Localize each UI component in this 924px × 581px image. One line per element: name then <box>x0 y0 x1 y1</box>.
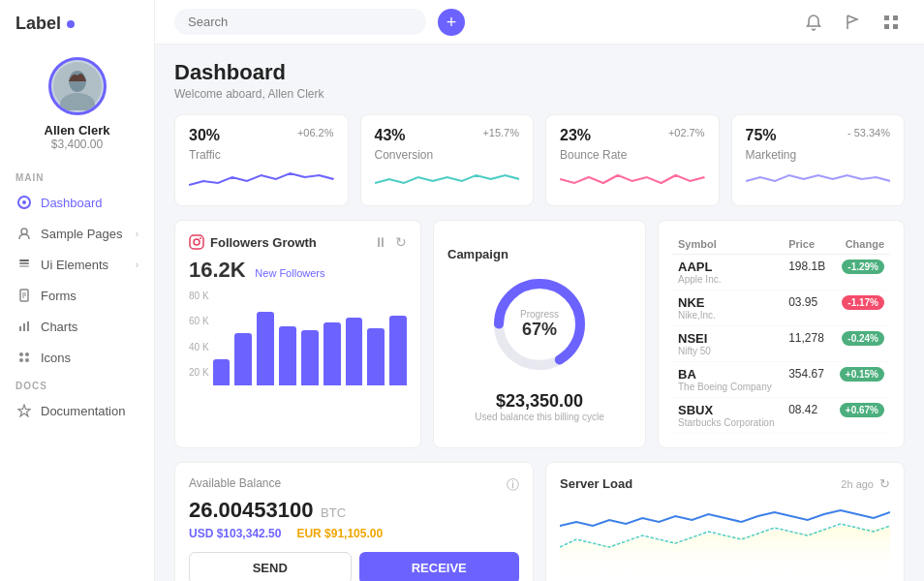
svg-rect-8 <box>19 260 29 261</box>
balance-usd: USD $103,342.50 <box>189 527 281 540</box>
svg-rect-14 <box>23 323 25 331</box>
sidebar-item-ui-elements[interactable]: Ui Elements › <box>0 249 154 280</box>
bar-1 <box>213 359 231 385</box>
stocks-card: Symbol Price Change AAPLApple Inc. 198.1… <box>658 220 905 448</box>
svg-point-19 <box>25 358 29 362</box>
bounce-label: Bounce Rate <box>560 148 705 162</box>
server-card: Server Load 2h ago ↻ <box>545 462 905 581</box>
sidebar-avatar-section: Allen Clerk $3,400.00 <box>0 47 154 165</box>
nke-symbol: NKE <box>678 295 777 310</box>
sidebar-section-docs: DOCS <box>0 373 154 395</box>
donut-chart: Progress 67% <box>486 271 593 378</box>
sbux-name: Starbucks Corporation <box>678 417 777 428</box>
followers-card-title: Followers Growth <box>210 235 317 250</box>
sidebar-item-sample-pages[interactable]: Sample Pages › <box>0 218 154 249</box>
forms-label: Forms <box>41 289 77 303</box>
sidebar-item-charts[interactable]: Charts <box>0 311 154 342</box>
sbux-price: 08.42 <box>783 398 832 434</box>
y-axis-labels: 80 K 60 K 40 K 20 K <box>189 290 209 378</box>
sidebar-logo: Label <box>0 0 154 47</box>
bar-4 <box>279 326 296 385</box>
chevron-right-icon: › <box>136 229 139 239</box>
ba-name: The Boeing Company <box>678 382 777 392</box>
instagram-icon <box>189 234 204 250</box>
stat-card-marketing: 75% - 53.34% Marketing <box>731 114 906 206</box>
campaign-desc: Used balance this billing cycle <box>475 412 603 422</box>
svg-point-18 <box>19 358 23 362</box>
marketing-pct: 75% <box>746 127 777 144</box>
nke-price: 03.95 <box>783 290 832 326</box>
chart-icon <box>15 318 33 335</box>
svg-rect-21 <box>884 15 889 20</box>
progress-pct: 67% <box>520 320 559 340</box>
svg-rect-22 <box>893 15 898 20</box>
nsei-symbol: NSEI <box>678 331 777 346</box>
refresh-icon[interactable]: ↻ <box>395 234 407 250</box>
person-icon <box>15 225 33 242</box>
sidebar-user-name: Allen Clerk <box>45 123 110 138</box>
file-icon <box>15 287 33 304</box>
server-refresh-icon[interactable]: ↻ <box>879 476 890 491</box>
logo-dot <box>67 20 75 28</box>
stocks-header-change: Change <box>832 234 890 255</box>
nke-change: -1.17% <box>842 295 884 310</box>
campaign-amount: $23,350.00 <box>496 391 583 412</box>
sidebar-item-icons[interactable]: Icons <box>0 342 154 373</box>
dashboard-icon <box>15 194 33 211</box>
svg-rect-15 <box>27 321 29 331</box>
bottom-row: Available Balance ⓘ 26.00453100 BTC USD … <box>174 462 905 581</box>
balance-btc: BTC <box>321 505 346 520</box>
icons-label: Icons <box>41 351 71 365</box>
svg-point-27 <box>200 237 201 239</box>
balance-amount: 26.00453100 <box>189 498 313 522</box>
svg-point-5 <box>21 229 27 234</box>
ba-symbol: BA <box>678 367 777 382</box>
followers-card: Followers Growth ⏸ ↻ 16.2K New Followers… <box>174 220 421 448</box>
stocks-header-symbol: Symbol <box>672 234 783 255</box>
flag-icon[interactable] <box>839 9 866 36</box>
ui-elements-label: Ui Elements <box>41 258 108 272</box>
nsei-change: -0.24% <box>842 331 884 346</box>
stock-row-sbux: SBUXStarbucks Corporation 08.42 +0.67% <box>672 398 890 434</box>
dashboard-label: Dashboard <box>41 196 103 210</box>
send-button[interactable]: SEND <box>189 552 352 581</box>
bar-2 <box>234 333 252 385</box>
grid-icon[interactable] <box>878 9 905 36</box>
charts-label: Charts <box>41 320 77 334</box>
conversion-label: Conversion <box>375 148 520 162</box>
svg-point-17 <box>25 352 29 356</box>
page-title: Dashboard <box>174 60 905 85</box>
sidebar-item-dashboard[interactable]: Dashboard <box>0 187 154 218</box>
add-button[interactable]: + <box>438 9 465 36</box>
campaign-card: Campaign Progress 67% $23,350.00 Used ba… <box>433 220 646 448</box>
bell-icon[interactable] <box>800 9 827 36</box>
nsei-price: 11,278 <box>783 326 832 362</box>
balance-card: Available Balance ⓘ 26.00453100 BTC USD … <box>174 462 534 581</box>
bar-6 <box>323 322 341 385</box>
pause-icon[interactable]: ⏸ <box>374 234 387 250</box>
ba-price: 354.67 <box>783 362 832 398</box>
aapl-change: -1.29% <box>842 260 884 274</box>
followers-sub: New Followers <box>255 267 324 279</box>
svg-rect-24 <box>893 24 898 29</box>
aapl-symbol: AAPL <box>678 260 777 274</box>
stocks-table: Symbol Price Change AAPLApple Inc. 198.1… <box>672 234 890 434</box>
svg-rect-25 <box>190 235 203 249</box>
stat-card-traffic: 30% +06.2% Traffic <box>174 114 349 206</box>
star-icon <box>15 402 33 419</box>
sidebar-item-forms[interactable]: Forms <box>0 280 154 311</box>
balance-eur: EUR $91,105.00 <box>296 527 383 540</box>
followers-count: 16.2K <box>189 258 246 282</box>
svg-rect-6 <box>19 262 29 264</box>
nsei-name: Nifty 50 <box>678 346 777 356</box>
bar-5 <box>301 330 319 385</box>
topbar: + <box>155 0 924 45</box>
search-input[interactable] <box>174 9 426 35</box>
marketing-label: Marketing <box>746 148 891 162</box>
stocks-header-price: Price <box>783 234 832 255</box>
sidebar-item-documentation[interactable]: Documentation <box>0 395 154 426</box>
conversion-change: +15.7% <box>482 127 519 138</box>
bar-8 <box>367 328 385 385</box>
sidebar-user-balance: $3,400.00 <box>51 138 103 151</box>
receive-button[interactable]: RECEIVE <box>359 552 520 581</box>
